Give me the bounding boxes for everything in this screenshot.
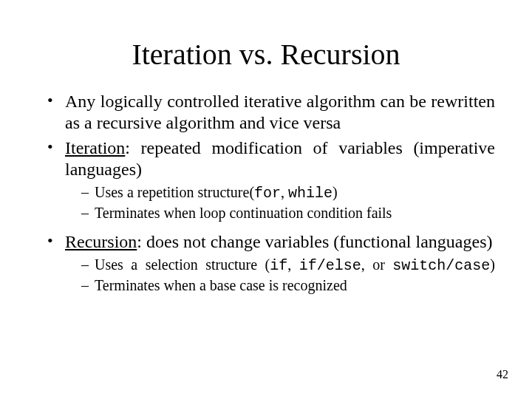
- code-while: while: [288, 185, 332, 202]
- recursion-desc: : does not change variables (functional …: [137, 232, 492, 251]
- slide: Iteration vs. Recursion Any logically co…: [0, 0, 532, 399]
- text: Terminates when loop continuation condit…: [95, 205, 392, 221]
- close-paren: ): [332, 184, 338, 200]
- recursion-sublist: Uses a selection structure (if, if/else,…: [65, 256, 495, 295]
- recursion-sub-selection: Uses a selection structure (if, if/else,…: [81, 256, 495, 275]
- page-number: 42: [497, 368, 508, 381]
- text: Uses a selection structure (: [95, 256, 270, 273]
- bullet-list: Any logically controlled iterative algor…: [37, 91, 495, 295]
- bullet-recursion: Recursion: does not change variables (fu…: [47, 231, 495, 295]
- iteration-sub-terminates: Terminates when loop continuation condit…: [81, 204, 495, 222]
- text: Uses a repetition structure(: [95, 184, 254, 200]
- code-switchcase: switch/case: [392, 257, 490, 274]
- code-if: if: [270, 257, 287, 274]
- recursion-label: Recursion: [65, 232, 137, 251]
- iteration-desc: : repeated modification of variables (im…: [65, 138, 495, 179]
- text: Terminates when a base case is recognize…: [95, 277, 347, 293]
- code-for: for: [254, 185, 281, 202]
- code-ifelse: if/else: [299, 257, 361, 274]
- recursion-sub-terminates: Terminates when a base case is recognize…: [81, 276, 495, 295]
- iteration-label: Iteration: [65, 138, 125, 157]
- iteration-sublist: Uses a repetition structure(for, while) …: [65, 183, 495, 222]
- bullet-iteration: Iteration: repeated modification of vari…: [47, 137, 495, 223]
- bullet-any-algorithm: Any logically controlled iterative algor…: [47, 91, 495, 134]
- sep: ,: [287, 256, 299, 273]
- bullet-text: Any logically controlled iterative algor…: [65, 92, 495, 132]
- iteration-sub-repetition: Uses a repetition structure(for, while): [81, 183, 495, 202]
- sep: , or: [361, 256, 393, 273]
- slide-title: Iteration vs. Recursion: [37, 37, 495, 72]
- close-paren: ): [490, 256, 495, 273]
- sep: ,: [281, 184, 288, 200]
